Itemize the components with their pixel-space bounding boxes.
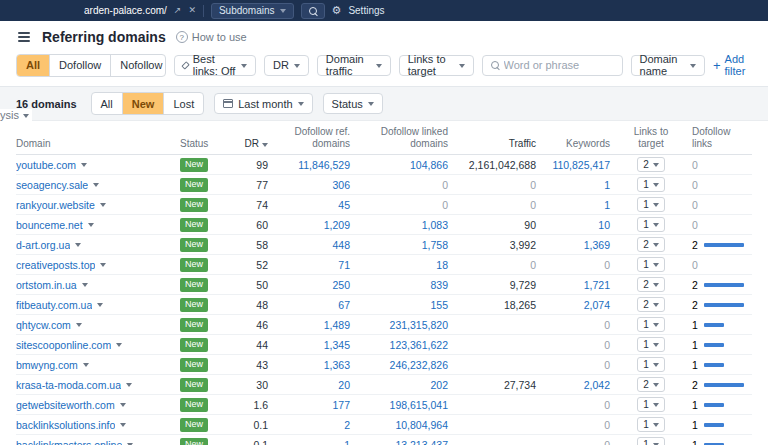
keywords-value[interactable]: 2,074 [546,299,610,311]
links-to-target-dropdown[interactable]: 1 [637,317,665,332]
header-links-to-target[interactable]: Links to target [620,126,682,150]
domain-link[interactable]: qhtycw.com [16,319,71,331]
dofollow-linked-value[interactable]: 104,866 [360,159,448,171]
add-filter-button[interactable]: + Add filter [713,53,752,77]
table-row[interactable]: d-art.org.ua New 58 448 1,758 3,992 1,36… [16,235,752,255]
search-input[interactable] [504,59,614,71]
links-to-target-filter[interactable]: Links to target [399,55,474,76]
chevron-down-icon[interactable] [93,183,99,187]
chevron-down-icon[interactable] [100,263,106,267]
period-dropdown[interactable]: Last month [214,93,312,114]
table-row[interactable]: fitbeauty.com.ua New 48 67 155 18,265 2,… [16,295,752,315]
filter-nofollow[interactable]: Nofollow [111,55,165,76]
domain-link[interactable]: getwebsiteworth.com [16,399,115,411]
keywords-value[interactable]: 0 [546,439,610,445]
dofollow-ref-value[interactable]: 1,363 [278,359,350,371]
chevron-down-icon[interactable] [120,403,126,407]
links-to-target-dropdown[interactable]: 1 [637,177,665,192]
table-row[interactable]: bounceme.net New 60 1,209 1,083 90 10 1 … [16,215,752,235]
keywords-value[interactable]: 0 [546,419,610,431]
sidebar-fragment[interactable]: ysis [0,109,32,121]
domain-link[interactable]: rankyour.website [16,199,95,211]
dofollow-ref-value[interactable]: 67 [278,299,350,311]
dofollow-ref-value[interactable]: 1 [278,439,350,445]
header-keywords[interactable]: Keywords [546,138,610,150]
dofollow-linked-value[interactable]: 155 [360,299,448,311]
dr-filter[interactable]: DR [264,55,309,76]
keywords-value[interactable]: 1 [546,179,610,191]
chevron-down-icon[interactable] [75,243,81,247]
dofollow-linked-value[interactable]: 202 [360,379,448,391]
domain-link[interactable]: ortstom.in.ua [16,279,77,291]
dofollow-linked-value[interactable]: 10,804,964 [360,419,448,431]
links-to-target-dropdown[interactable]: 1 [637,437,665,445]
external-link-icon[interactable]: ↗ [174,6,182,15]
links-to-target-dropdown[interactable]: 1 [637,257,665,272]
dofollow-linked-value[interactable]: 231,315,820 [360,319,448,331]
header-dofollow-ref[interactable]: Dofollow ref. domains [278,126,350,150]
dofollow-ref-value[interactable]: 1,345 [278,339,350,351]
best-links-filter[interactable]: Best links: Off [174,55,256,76]
links-to-target-dropdown[interactable]: 1 [637,217,665,232]
domain-link[interactable]: fitbeauty.com.ua [16,299,92,311]
table-row[interactable]: seoagency.sale New 77 306 0 0 1 1 0 [16,175,752,195]
toolbar-lost[interactable]: Lost [164,93,203,114]
table-row[interactable]: youtube.com New 99 11,846,529 104,866 2,… [16,155,752,175]
chevron-down-icon[interactable] [82,283,88,287]
dofollow-linked-value[interactable]: 198,615,041 [360,399,448,411]
table-row[interactable]: krasa-ta-moda.com.ua New 30 20 202 27,73… [16,375,752,395]
links-to-target-dropdown[interactable]: 2 [637,237,665,252]
chevron-down-icon[interactable] [88,223,94,227]
dofollow-linked-value[interactable]: 13,213,437 [360,439,448,445]
keywords-value[interactable]: 1 [546,199,610,211]
header-dr[interactable]: DR [238,138,268,150]
chevron-down-icon[interactable] [120,423,126,427]
dofollow-linked-value[interactable]: 1,083 [360,219,448,231]
table-row[interactable]: sitescooponline.com New 44 1,345 123,361… [16,335,752,355]
links-to-target-dropdown[interactable]: 2 [637,277,665,292]
chevron-down-icon[interactable] [76,323,82,327]
keywords-value[interactable]: 0 [546,359,610,371]
subdomains-dropdown[interactable]: Subdomains [211,3,294,19]
domain-link[interactable]: krasa-ta-moda.com.ua [16,379,121,391]
domain-link[interactable]: bounceme.net [16,219,83,231]
status-dropdown[interactable]: Status [323,93,383,114]
table-row[interactable]: qhtycw.com New 46 1,489 231,315,820 0 1 … [16,315,752,335]
links-to-target-dropdown[interactable]: 1 [637,197,665,212]
dofollow-linked-value[interactable]: 1,758 [360,239,448,251]
dofollow-linked-value[interactable]: 18 [360,259,448,271]
table-row[interactable]: getwebsiteworth.com New 1.6 177 198,615,… [16,395,752,415]
close-icon[interactable]: ✕ [188,6,196,15]
chevron-down-icon[interactable] [116,343,122,347]
dofollow-ref-value[interactable]: 11,846,529 [278,159,350,171]
chevron-down-icon[interactable] [100,203,106,207]
chevron-down-icon[interactable] [97,303,103,307]
domain-link[interactable]: backlinksolutions.info [16,419,115,431]
header-domain[interactable]: Domain [16,138,172,150]
domain-link[interactable]: d-art.org.ua [16,239,70,251]
domain-name-select[interactable]: Domain name [631,55,705,76]
links-to-target-dropdown[interactable]: 1 [637,397,665,412]
settings-label[interactable]: Settings [348,5,384,16]
table-row[interactable]: backlinksolutions.info New 0.1 2 10,804,… [16,415,752,435]
domain-traffic-filter[interactable]: Domain traffic [317,55,391,76]
dofollow-ref-value[interactable]: 250 [278,279,350,291]
search-button[interactable] [301,3,325,19]
table-row[interactable]: ortstom.in.ua New 50 250 839 9,729 1,721… [16,275,752,295]
toolbar-all[interactable]: All [92,93,123,114]
chevron-down-icon[interactable] [81,163,87,167]
links-to-target-dropdown[interactable]: 1 [637,417,665,432]
dofollow-ref-value[interactable]: 2 [278,419,350,431]
table-row[interactable]: backlinkmasters.online New 0.1 1 13,213,… [16,435,752,445]
how-to-use-link[interactable]: ? How to use [176,31,247,43]
menu-icon[interactable] [16,30,32,44]
dofollow-ref-value[interactable]: 20 [278,379,350,391]
domain-link[interactable]: creativeposts.top [16,259,95,271]
keywords-value[interactable]: 1,721 [546,279,610,291]
domain-link[interactable]: seoagency.sale [16,179,88,191]
links-to-target-dropdown[interactable]: 2 [637,297,665,312]
dofollow-linked-value[interactable]: 0 [360,199,448,211]
domain-link[interactable]: bmwyng.com [16,359,78,371]
gear-icon[interactable]: ⚙ [332,5,342,16]
links-to-target-dropdown[interactable]: 2 [637,157,665,172]
